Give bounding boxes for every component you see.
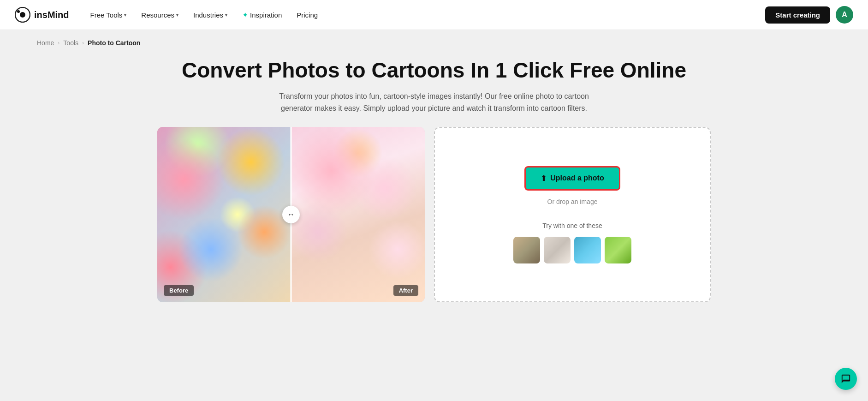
try-these-label: Try with one of these [542, 222, 602, 229]
nav-link-inspiration[interactable]: ✦ Inspiration [236, 7, 288, 23]
logo[interactable]: insMind [15, 7, 69, 23]
avatar[interactable]: A [836, 6, 853, 24]
demo-area: ↔ Before After ⬆ Upload a photo Or drop … [157, 127, 711, 302]
breadcrumb-sep-2: › [82, 40, 84, 46]
sample-thumb-1[interactable] [513, 237, 540, 263]
upload-icon: ⬆ [541, 174, 547, 183]
breadcrumb: Home › Tools › Photo to Cartoon [37, 39, 831, 47]
logo-icon [15, 7, 30, 23]
chat-widget[interactable] [835, 368, 857, 390]
nav-link-resources[interactable]: Resources ▾ [135, 7, 185, 23]
chat-icon [841, 374, 851, 384]
or-drop-text: Or drop an image [547, 198, 598, 205]
divider-handle[interactable]: ↔ [282, 206, 300, 223]
upload-panel: ⬆ Upload a photo Or drop an image Try wi… [434, 127, 711, 302]
nav-links: Free Tools ▾ Resources ▾ Industries ▾ ✦ … [84, 7, 766, 23]
hero-subtitle: Transform your photos into fun, cartoon-… [273, 90, 595, 114]
chevron-down-icon: ▾ [225, 12, 227, 18]
sample-images [513, 237, 631, 263]
upload-photo-button[interactable]: ⬆ Upload a photo [524, 166, 620, 191]
before-after-inner: ↔ Before After [157, 127, 425, 302]
breadcrumb-home[interactable]: Home [37, 39, 54, 47]
sample-thumb-4[interactable] [605, 237, 631, 263]
sample-thumb-3[interactable] [574, 237, 601, 263]
breadcrumb-tools[interactable]: Tools [63, 39, 78, 47]
svg-point-1 [20, 12, 25, 18]
sample-thumb-2[interactable] [544, 237, 571, 263]
before-side [157, 127, 291, 302]
nav-right: Start creating A [765, 6, 853, 24]
sparkle-icon: ✦ [242, 11, 248, 19]
hero-section: Convert Photos to Cartoons In 1 Click Fr… [37, 58, 831, 114]
hero-title: Convert Photos to Cartoons In 1 Click Fr… [37, 58, 831, 83]
after-label: After [393, 285, 418, 296]
logo-text: insMind [34, 10, 69, 20]
before-label: Before [164, 285, 194, 296]
before-after-container: ↔ Before After [157, 127, 425, 302]
nav-link-free-tools[interactable]: Free Tools ▾ [84, 7, 133, 23]
svg-point-2 [17, 10, 20, 13]
page-content: Home › Tools › Photo to Cartoon Convert … [0, 30, 868, 321]
after-side [291, 127, 425, 302]
navigation: insMind Free Tools ▾ Resources ▾ Industr… [0, 0, 868, 30]
breadcrumb-current: Photo to Cartoon [88, 39, 140, 47]
nav-link-pricing[interactable]: Pricing [290, 7, 324, 23]
chevron-down-icon: ▾ [176, 12, 178, 18]
breadcrumb-sep-1: › [58, 40, 59, 46]
start-creating-button[interactable]: Start creating [765, 6, 830, 24]
nav-link-industries[interactable]: Industries ▾ [187, 7, 234, 23]
chevron-down-icon: ▾ [124, 12, 126, 18]
